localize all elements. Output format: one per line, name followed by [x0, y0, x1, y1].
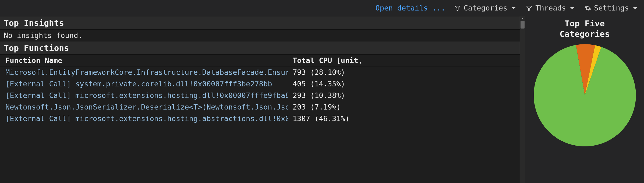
settings-dropdown[interactable]: Settings [584, 4, 639, 12]
cpu-value: 203 (7.19%) [293, 103, 363, 111]
chevron-down-icon [632, 5, 639, 12]
threads-dropdown[interactable]: Threads [526, 4, 576, 12]
top-functions-header: Top Functions [0, 41, 520, 55]
scrollbar-thumb[interactable] [521, 21, 525, 29]
main-panel: Top Insights No insights found. Top Func… [0, 16, 520, 183]
cpu-value: 293 (10.38%) [293, 91, 363, 100]
side-title-line2: Categories [560, 29, 610, 39]
function-link[interactable]: [External Call] system.private.corelib.d… [5, 80, 272, 88]
table-header: Function Name Total CPU [unit, [0, 55, 520, 66]
scroll-up-arrow[interactable] [520, 16, 525, 22]
function-link[interactable]: Newtonsoft.Json.JsonSerializer.Deseriali… [5, 103, 288, 111]
cpu-value: 405 (14.35%) [293, 80, 363, 88]
side-title-line1: Top Five [565, 19, 605, 28]
function-link[interactable]: Microsoft.EntityFrameworkCore.Infrastruc… [5, 68, 288, 76]
filter-icon [454, 5, 461, 12]
cpu-value: 1307 (46.31%) [293, 114, 363, 123]
function-link[interactable]: [External Call] microsoft.extensions.hos… [5, 114, 288, 123]
table-row[interactable]: [External Call] microsoft.extensions.hos… [0, 113, 520, 124]
chevron-down-icon [569, 5, 576, 12]
threads-label: Threads [535, 4, 566, 12]
categories-dropdown[interactable]: Categories [454, 4, 517, 12]
gear-icon [584, 5, 591, 12]
top-insights-empty: No insights found. [0, 30, 520, 41]
side-panel: Top Five Categories [525, 16, 644, 183]
open-details-link[interactable]: Open details ... [376, 4, 445, 12]
pie-chart [531, 41, 639, 149]
table-row[interactable]: [External Call] microsoft.extensions.hos… [0, 90, 520, 101]
table-row[interactable]: Newtonsoft.Json.JsonSerializer.Deseriali… [0, 101, 520, 113]
table-row[interactable]: Microsoft.EntityFrameworkCore.Infrastruc… [0, 66, 520, 78]
chevron-down-icon [510, 5, 517, 12]
cpu-value: 793 (28.10%) [293, 68, 363, 76]
col-total-cpu[interactable]: Total CPU [unit, [293, 56, 363, 65]
categories-label: Categories [464, 4, 508, 12]
col-function-name[interactable]: Function Name [5, 56, 288, 65]
filter-icon [526, 5, 533, 12]
side-panel-title: Top Five Categories [560, 18, 610, 39]
settings-label: Settings [594, 4, 629, 12]
table-row[interactable]: [External Call] system.private.corelib.d… [0, 78, 520, 90]
top-insights-header: Top Insights [0, 16, 520, 30]
function-link[interactable]: [External Call] microsoft.extensions.hos… [5, 91, 288, 100]
toolbar: Open details ... Categories Threads [0, 0, 644, 16]
functions-table: Function Name Total CPU [unit, Microsoft… [0, 55, 520, 183]
vertical-scrollbar[interactable] [520, 16, 525, 183]
